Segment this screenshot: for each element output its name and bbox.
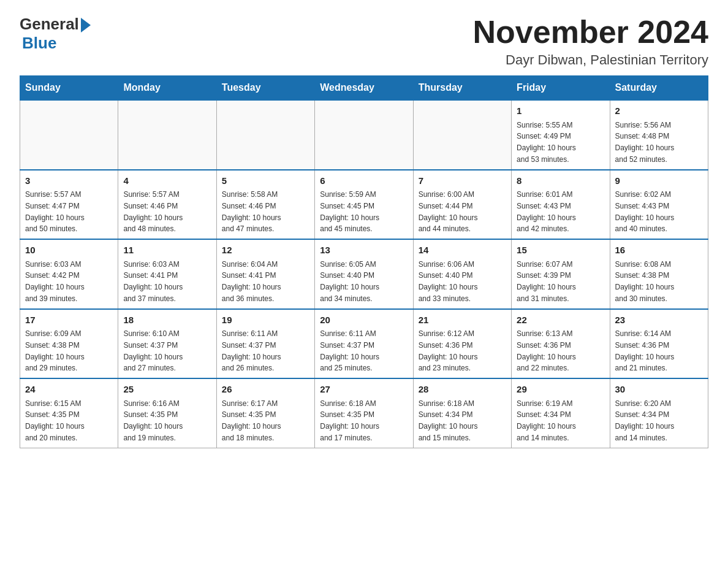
logo-triangle-icon — [81, 18, 91, 33]
day-number: 26 — [222, 383, 309, 397]
calendar-day-cell: 22Sunrise: 6:13 AM Sunset: 4:36 PM Dayli… — [512, 309, 610, 379]
calendar-body: 1Sunrise: 5:55 AM Sunset: 4:49 PM Daylig… — [20, 100, 708, 448]
calendar-day-cell: 10Sunrise: 6:03 AM Sunset: 4:42 PM Dayli… — [20, 239, 118, 309]
calendar-day-cell: 21Sunrise: 6:12 AM Sunset: 4:36 PM Dayli… — [413, 309, 511, 379]
day-number: 20 — [320, 313, 408, 327]
day-info: Sunrise: 5:58 AM Sunset: 4:46 PM Dayligh… — [222, 190, 281, 233]
day-number: 23 — [615, 313, 703, 327]
day-number: 19 — [222, 313, 309, 327]
day-info: Sunrise: 6:03 AM Sunset: 4:41 PM Dayligh… — [123, 260, 183, 303]
day-info: Sunrise: 6:20 AM Sunset: 4:34 PM Dayligh… — [615, 399, 675, 442]
calendar-day-cell: 8Sunrise: 6:01 AM Sunset: 4:43 PM Daylig… — [512, 170, 610, 240]
calendar-day-cell: 7Sunrise: 6:00 AM Sunset: 4:44 PM Daylig… — [413, 170, 511, 240]
calendar-day-header: Wednesday — [315, 76, 413, 101]
day-info: Sunrise: 5:59 AM Sunset: 4:45 PM Dayligh… — [320, 190, 379, 233]
day-info: Sunrise: 6:03 AM Sunset: 4:42 PM Dayligh… — [25, 260, 85, 303]
page-subtitle: Dayr Dibwan, Palestinian Territory — [473, 52, 708, 68]
day-info: Sunrise: 6:11 AM Sunset: 4:37 PM Dayligh… — [320, 329, 379, 372]
logo-blue-text: Blue — [22, 34, 56, 53]
calendar-day-cell — [20, 100, 118, 170]
day-info: Sunrise: 5:57 AM Sunset: 4:47 PM Dayligh… — [25, 190, 85, 233]
calendar-day-header: Tuesday — [216, 76, 314, 101]
calendar-day-cell: 26Sunrise: 6:17 AM Sunset: 4:35 PM Dayli… — [216, 378, 314, 448]
day-info: Sunrise: 5:55 AM Sunset: 4:49 PM Dayligh… — [517, 121, 576, 164]
day-number: 21 — [419, 313, 506, 327]
day-number: 6 — [320, 174, 408, 188]
calendar-day-cell: 3Sunrise: 5:57 AM Sunset: 4:47 PM Daylig… — [20, 170, 118, 240]
day-number: 25 — [123, 383, 211, 397]
day-info: Sunrise: 6:14 AM Sunset: 4:36 PM Dayligh… — [615, 329, 675, 372]
day-number: 11 — [123, 243, 211, 258]
calendar-day-cell: 14Sunrise: 6:06 AM Sunset: 4:40 PM Dayli… — [413, 239, 511, 309]
day-info: Sunrise: 6:06 AM Sunset: 4:40 PM Dayligh… — [419, 260, 478, 303]
day-number: 15 — [517, 243, 604, 258]
day-info: Sunrise: 6:09 AM Sunset: 4:38 PM Dayligh… — [25, 329, 85, 372]
calendar-day-cell: 2Sunrise: 5:56 AM Sunset: 4:48 PM Daylig… — [610, 100, 708, 170]
calendar-day-cell: 28Sunrise: 6:18 AM Sunset: 4:34 PM Dayli… — [413, 378, 511, 448]
calendar-day-cell: 29Sunrise: 6:19 AM Sunset: 4:34 PM Dayli… — [512, 378, 610, 448]
day-info: Sunrise: 6:18 AM Sunset: 4:34 PM Dayligh… — [419, 399, 478, 442]
calendar-day-cell: 13Sunrise: 6:05 AM Sunset: 4:40 PM Dayli… — [315, 239, 413, 309]
day-info: Sunrise: 6:04 AM Sunset: 4:41 PM Dayligh… — [222, 260, 281, 303]
day-info: Sunrise: 6:18 AM Sunset: 4:35 PM Dayligh… — [320, 399, 379, 442]
day-number: 8 — [517, 174, 604, 188]
calendar-week-row: 10Sunrise: 6:03 AM Sunset: 4:42 PM Dayli… — [20, 239, 708, 309]
calendar-day-header: Sunday — [20, 76, 118, 101]
day-number: 1 — [517, 104, 604, 118]
calendar-day-cell: 16Sunrise: 6:08 AM Sunset: 4:38 PM Dayli… — [610, 239, 708, 309]
calendar-day-cell — [118, 100, 216, 170]
calendar-day-cell — [315, 100, 413, 170]
day-info: Sunrise: 6:17 AM Sunset: 4:35 PM Dayligh… — [222, 399, 281, 442]
day-info: Sunrise: 6:07 AM Sunset: 4:39 PM Dayligh… — [517, 260, 576, 303]
page-title: November 2024 — [473, 15, 708, 50]
day-number: 27 — [320, 383, 408, 397]
day-info: Sunrise: 6:12 AM Sunset: 4:36 PM Dayligh… — [419, 329, 478, 372]
calendar-day-cell — [413, 100, 511, 170]
day-number: 4 — [123, 174, 211, 188]
calendar-day-cell: 11Sunrise: 6:03 AM Sunset: 4:41 PM Dayli… — [118, 239, 216, 309]
calendar-day-cell: 18Sunrise: 6:10 AM Sunset: 4:37 PM Dayli… — [118, 309, 216, 379]
day-info: Sunrise: 5:56 AM Sunset: 4:48 PM Dayligh… — [615, 121, 675, 164]
calendar-day-cell: 20Sunrise: 6:11 AM Sunset: 4:37 PM Dayli… — [315, 309, 413, 379]
day-number: 12 — [222, 243, 309, 258]
day-info: Sunrise: 6:13 AM Sunset: 4:36 PM Dayligh… — [517, 329, 576, 372]
day-info: Sunrise: 6:16 AM Sunset: 4:35 PM Dayligh… — [123, 399, 183, 442]
calendar-day-cell: 5Sunrise: 5:58 AM Sunset: 4:46 PM Daylig… — [216, 170, 314, 240]
calendar-day-header: Saturday — [610, 76, 708, 101]
day-number: 10 — [25, 243, 113, 258]
calendar-day-cell: 25Sunrise: 6:16 AM Sunset: 4:35 PM Dayli… — [118, 378, 216, 448]
calendar-day-cell — [216, 100, 314, 170]
day-info: Sunrise: 6:00 AM Sunset: 4:44 PM Dayligh… — [419, 190, 478, 233]
day-number: 17 — [25, 313, 113, 327]
calendar-week-row: 3Sunrise: 5:57 AM Sunset: 4:47 PM Daylig… — [20, 170, 708, 240]
calendar-week-row: 1Sunrise: 5:55 AM Sunset: 4:49 PM Daylig… — [20, 100, 708, 170]
calendar-day-cell: 9Sunrise: 6:02 AM Sunset: 4:43 PM Daylig… — [610, 170, 708, 240]
day-number: 18 — [123, 313, 211, 327]
calendar-week-row: 24Sunrise: 6:15 AM Sunset: 4:35 PM Dayli… — [20, 378, 708, 448]
calendar-day-cell: 1Sunrise: 5:55 AM Sunset: 4:49 PM Daylig… — [512, 100, 610, 170]
calendar-day-header: Friday — [512, 76, 610, 101]
day-info: Sunrise: 5:57 AM Sunset: 4:46 PM Dayligh… — [123, 190, 183, 233]
day-number: 22 — [517, 313, 604, 327]
calendar-day-cell: 17Sunrise: 6:09 AM Sunset: 4:38 PM Dayli… — [20, 309, 118, 379]
day-number: 28 — [419, 383, 506, 397]
calendar-table: SundayMondayTuesdayWednesdayThursdayFrid… — [20, 75, 708, 448]
day-info: Sunrise: 6:01 AM Sunset: 4:43 PM Dayligh… — [517, 190, 576, 233]
calendar-day-cell: 6Sunrise: 5:59 AM Sunset: 4:45 PM Daylig… — [315, 170, 413, 240]
calendar-day-cell: 30Sunrise: 6:20 AM Sunset: 4:34 PM Dayli… — [610, 378, 708, 448]
day-number: 2 — [615, 104, 703, 118]
logo-general-text: General — [20, 15, 79, 34]
calendar-day-cell: 15Sunrise: 6:07 AM Sunset: 4:39 PM Dayli… — [512, 239, 610, 309]
day-number: 7 — [419, 174, 506, 188]
day-number: 30 — [615, 383, 703, 397]
calendar-day-cell: 19Sunrise: 6:11 AM Sunset: 4:37 PM Dayli… — [216, 309, 314, 379]
day-number: 16 — [615, 243, 703, 258]
calendar-day-cell: 4Sunrise: 5:57 AM Sunset: 4:46 PM Daylig… — [118, 170, 216, 240]
day-info: Sunrise: 6:02 AM Sunset: 4:43 PM Dayligh… — [615, 190, 675, 233]
day-number: 24 — [25, 383, 113, 397]
page-header: General Blue November 2024 Dayr Dibwan, … — [20, 15, 708, 68]
day-number: 9 — [615, 174, 703, 188]
calendar-week-row: 17Sunrise: 6:09 AM Sunset: 4:38 PM Dayli… — [20, 309, 708, 379]
day-number: 3 — [25, 174, 113, 188]
day-info: Sunrise: 6:19 AM Sunset: 4:34 PM Dayligh… — [517, 399, 576, 442]
